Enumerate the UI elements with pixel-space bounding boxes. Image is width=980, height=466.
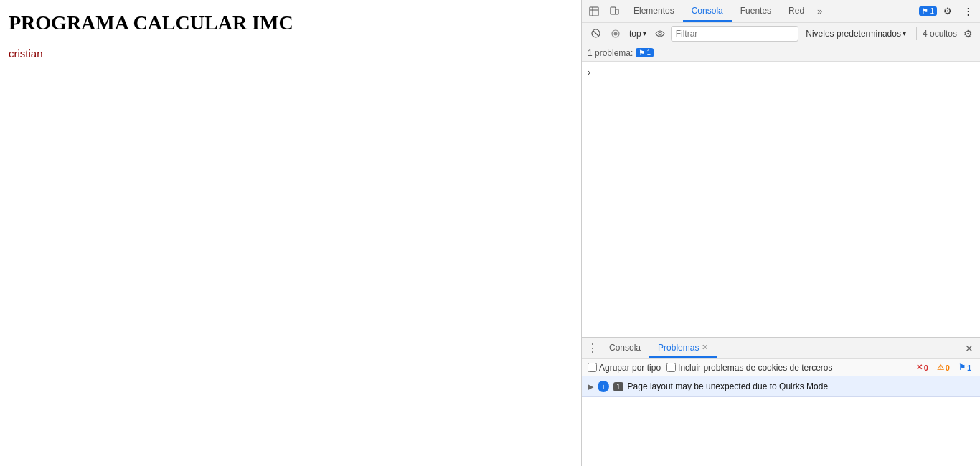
bottom-panel-close[interactable]: ✕: [961, 341, 977, 356]
problems-list: ▶ i 1 Page layout may be unexpected due …: [582, 376, 980, 397]
error-icon: ✕: [916, 363, 923, 372]
svg-rect-0: [590, 7, 598, 16]
filter-input[interactable]: [671, 26, 799, 42]
svg-rect-3: [611, 7, 616, 14]
prob-badge-flag: ⚑: [639, 49, 645, 57]
bottom-menu-btn[interactable]: ⋮: [585, 341, 600, 356]
dropdown-arrow-icon: ▾: [643, 29, 646, 37]
svg-point-9: [659, 32, 661, 35]
problemas-tab-close[interactable]: ✕: [702, 343, 708, 352]
error-count: ✕ 0: [913, 362, 931, 373]
info-count: ⚑ 1: [956, 362, 974, 373]
warning-icon: ⚠: [937, 363, 944, 372]
error-count-num: 0: [924, 363, 928, 372]
problemas-tab-label: Problemas: [658, 343, 699, 353]
clear-console-btn[interactable]: [586, 24, 605, 43]
issues-badge[interactable]: ⚑ 1: [919, 6, 937, 16]
settings-btn[interactable]: ⚙: [938, 2, 957, 21]
gear-icon-2: ⚙: [963, 28, 973, 39]
problem-count-num: 1: [613, 382, 623, 391]
inspect-element-btn[interactable]: [585, 2, 603, 21]
page-title: PROGRAMA CALCULAR IMC: [9, 11, 573, 34]
warning-count: ⚠ 0: [934, 362, 953, 373]
console-expand-arrow[interactable]: ›: [582, 65, 980, 80]
console-toolbar: top ▾ Niveles predeterminados ▾ 4 oculto…: [582, 23, 980, 44]
tab-consola[interactable]: Consola: [683, 1, 732, 22]
problem-bar-label: 1 problema:: [588, 48, 633, 58]
problem-item[interactable]: ▶ i 1 Page layout may be unexpected due …: [582, 376, 980, 397]
devtools-right-icons: ⚑ 1 ⚙ ⋮: [919, 2, 977, 21]
gear-icon: ⚙: [943, 6, 952, 16]
problem-message: Page layout may be unexpected due to Qui…: [628, 381, 829, 391]
cristian-text: cristian: [9, 47, 43, 60]
tab-problemas[interactable]: Problemas ✕: [649, 339, 717, 358]
devtools-top-bar: Elementos Consola Fuentes Red » ⚑ 1 ⚙ ⋮: [582, 0, 980, 23]
bottom-panel: ⋮ Consola Problemas ✕ ✕ Agrupar por tipo…: [582, 337, 980, 466]
webpage-content: PROGRAMA CALCULAR IMC cristian: [0, 0, 581, 466]
consola-tab-label: Consola: [609, 343, 641, 353]
group-by-type-text: Agrupar por tipo: [599, 363, 661, 373]
levels-arrow-icon: ▾: [903, 29, 906, 37]
vertical-dots-icon: ⋮: [963, 6, 973, 16]
svg-line-6: [593, 31, 598, 36]
include-cookies-checkbox[interactable]: [666, 363, 676, 372]
prob-badge-count: 1: [646, 49, 651, 57]
info-icon: ⚑: [958, 363, 966, 372]
hidden-count: 4 ocultos: [923, 29, 957, 39]
tabs-more-btn[interactable]: »: [813, 3, 826, 19]
include-cookies-label[interactable]: Incluir problemas de cookies de terceros: [666, 363, 832, 373]
devtools-panel: Elementos Consola Fuentes Red » ⚑ 1 ⚙ ⋮: [581, 0, 980, 466]
badge-flag-icon: ⚑: [922, 7, 928, 15]
right-arrow-icon: ›: [588, 67, 590, 77]
include-cookies-text: Incluir problemas de cookies de terceros: [678, 363, 832, 373]
levels-dropdown[interactable]: Niveles predeterminados ▾: [801, 27, 910, 40]
context-selector[interactable]: top ▾: [626, 27, 649, 40]
device-toggle-btn[interactable]: [605, 2, 623, 21]
levels-label: Niveles predeterminados: [806, 29, 901, 39]
toolbar-separator: [916, 27, 917, 40]
warning-count-num: 0: [946, 363, 950, 372]
stop-recording-btn[interactable]: [608, 26, 623, 42]
svg-point-8: [614, 32, 618, 35]
group-by-type-checkbox[interactable]: [588, 363, 597, 372]
problem-bar: 1 problema: ⚑ 1: [582, 44, 980, 62]
group-by-type-label[interactable]: Agrupar por tipo: [588, 363, 661, 373]
info-count-num: 1: [967, 363, 971, 372]
problem-bar-badge: ⚑ 1: [636, 48, 654, 57]
tab-fuentes[interactable]: Fuentes: [732, 1, 780, 22]
eye-btn[interactable]: [652, 26, 668, 42]
tab-consola-bottom[interactable]: Consola: [600, 339, 649, 358]
console-main-area[interactable]: ›: [582, 62, 980, 337]
problem-info-icon: i: [598, 381, 609, 392]
problem-expand-arrow[interactable]: ▶: [588, 382, 593, 391]
more-options-btn[interactable]: ⋮: [958, 2, 977, 21]
devtools-tabs: Elementos Consola Fuentes Red »: [625, 1, 918, 22]
svg-rect-4: [616, 9, 618, 14]
tab-red[interactable]: Red: [780, 1, 813, 22]
problem-counts: ✕ 0 ⚠ 0 ⚑ 1: [913, 362, 974, 373]
context-label: top: [629, 29, 641, 39]
bottom-tab-bar: ⋮ Consola Problemas ✕ ✕: [582, 338, 980, 359]
tab-elementos[interactable]: Elementos: [625, 1, 683, 22]
console-settings-btn[interactable]: ⚙: [960, 26, 976, 42]
badge-count: 1: [930, 7, 934, 15]
problems-toolbar: Agrupar por tipo Incluir problemas de co…: [582, 359, 980, 376]
